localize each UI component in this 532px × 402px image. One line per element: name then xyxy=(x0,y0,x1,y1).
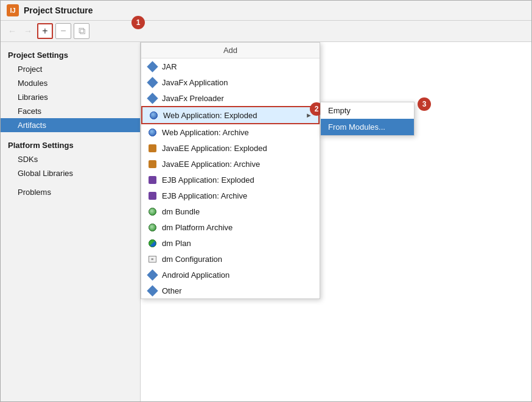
menu-item-dm-plan[interactable]: dm Plan xyxy=(141,235,320,251)
jar-icon xyxy=(147,62,157,71)
toolbar: ← → 1 + − ⧉ xyxy=(1,21,531,42)
sidebar-item-problems[interactable]: Problems xyxy=(1,185,140,199)
sidebar-item-artifacts[interactable]: Artifacts xyxy=(1,118,140,132)
javaee-exploded-icon xyxy=(147,143,157,153)
title-bar: IJ Project Structure xyxy=(1,1,531,21)
menu-item-android-application[interactable]: Android Application xyxy=(141,267,320,283)
sidebar-item-global-libraries[interactable]: Global Libraries xyxy=(1,166,140,180)
project-structure-window: IJ Project Structure ← → 1 + − ⧉ Project… xyxy=(0,0,532,402)
nav-forward-button[interactable]: → xyxy=(21,24,35,38)
menu-item-other[interactable]: Other xyxy=(141,283,320,298)
content-area: Project Settings Project Modules Librari… xyxy=(1,42,531,401)
javafx-app-icon xyxy=(147,77,157,87)
add-button[interactable]: + xyxy=(37,23,53,39)
ejb-exploded-icon xyxy=(147,175,157,185)
menu-item-javafx-preloader[interactable]: JavaFx Preloader xyxy=(141,90,320,106)
add-menu-header: Add xyxy=(141,43,320,58)
menu-item-dm-bundle[interactable]: dm Bundle xyxy=(141,203,320,219)
menu-item-jar[interactable]: JAR xyxy=(141,58,320,74)
platform-settings-title: Platform Settings xyxy=(1,137,140,152)
dm-bundle-icon xyxy=(147,206,157,216)
remove-button[interactable]: − xyxy=(55,23,71,39)
android-application-icon xyxy=(147,270,157,280)
copy-button[interactable]: ⧉ xyxy=(74,23,89,39)
sidebar-item-libraries[interactable]: Libraries xyxy=(1,90,140,104)
menu-item-javaee-exploded[interactable]: JavaEE Application: Exploded xyxy=(141,140,320,156)
other-icon xyxy=(147,286,157,295)
menu-item-web-app-exploded[interactable]: 2 Web Application: Exploded ► xyxy=(141,106,320,124)
javafx-preloader-icon xyxy=(147,93,157,103)
sidebar: Project Settings Project Modules Librari… xyxy=(1,42,141,401)
dm-platform-archive-icon xyxy=(147,222,157,232)
submenu-popup: 3 Empty From Modules... xyxy=(320,102,415,136)
dm-plan-icon xyxy=(147,238,157,248)
step-3-badge: 3 xyxy=(418,97,431,111)
dm-configuration-icon: ≡ xyxy=(147,254,157,264)
menu-item-dm-configuration[interactable]: ≡ dm Configuration xyxy=(141,251,320,267)
main-area: Add JAR JavaFx Application xyxy=(141,42,531,401)
step-1-badge: 1 xyxy=(131,16,145,29)
submenu-item-empty[interactable]: Empty xyxy=(321,102,414,119)
app-icon: IJ xyxy=(7,4,19,16)
sidebar-item-project[interactable]: Project xyxy=(1,62,140,76)
menu-item-dm-platform-archive[interactable]: dm Platform Archive xyxy=(141,219,320,235)
project-settings-title: Project Settings xyxy=(1,47,140,62)
sidebar-item-modules[interactable]: Modules xyxy=(1,76,140,90)
menu-item-ejb-exploded[interactable]: EJB Application: Exploded xyxy=(141,172,320,188)
javaee-archive-icon xyxy=(147,159,157,169)
submenu-item-from-modules[interactable]: From Modules... xyxy=(321,119,414,135)
menu-item-ejb-archive[interactable]: EJB Application: Archive xyxy=(141,188,320,203)
menu-item-web-app-archive[interactable]: Web Application: Archive xyxy=(141,124,320,140)
web-app-exploded-icon xyxy=(149,110,158,120)
web-app-archive-icon xyxy=(147,127,157,137)
sidebar-item-sdks[interactable]: SDKs xyxy=(1,152,140,166)
nav-back-button[interactable]: ← xyxy=(5,24,19,38)
menu-item-javafx-app[interactable]: JavaFx Application xyxy=(141,74,320,90)
ejb-archive-icon xyxy=(147,191,157,200)
add-menu: Add JAR JavaFx Application xyxy=(141,42,320,299)
window-title: Project Structure xyxy=(24,5,93,15)
menu-item-javaee-archive[interactable]: JavaEE Application: Archive xyxy=(141,156,320,172)
sidebar-item-facets[interactable]: Facets xyxy=(1,104,140,118)
